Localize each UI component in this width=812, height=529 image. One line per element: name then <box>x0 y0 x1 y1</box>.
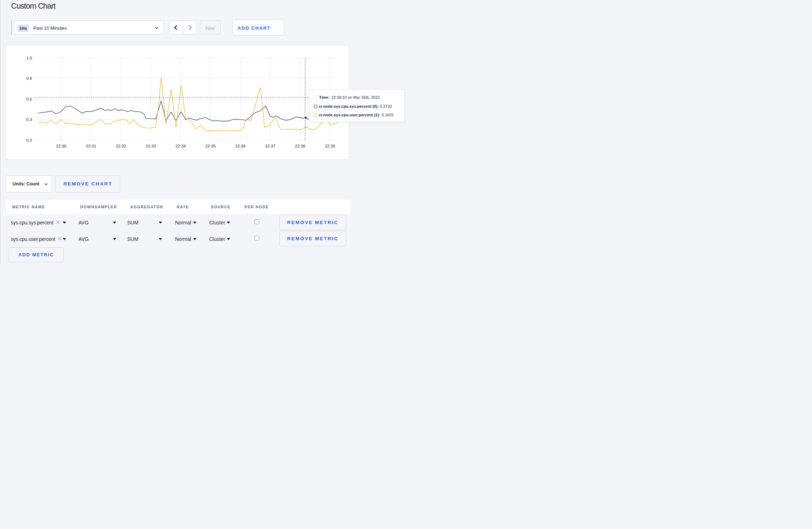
svg-text:22:31: 22:31 <box>86 144 96 148</box>
svg-text:22:37: 22:37 <box>265 144 275 148</box>
svg-text:22:32: 22:32 <box>116 144 126 148</box>
svg-text:0.3: 0.3 <box>26 117 32 122</box>
svg-text:0.0: 0.0 <box>26 138 32 142</box>
svg-text:1.0: 1.0 <box>26 55 32 60</box>
svg-text:22:36: 22:36 <box>235 144 246 148</box>
svg-text:22:38: 22:38 <box>295 144 305 148</box>
svg-text:0.5: 0.5 <box>26 97 32 101</box>
svg-text:22:30: 22:30 <box>56 144 66 148</box>
svg-text:22:35: 22:35 <box>205 144 216 148</box>
svg-text:22:39: 22:39 <box>325 144 335 148</box>
svg-text:22:33: 22:33 <box>145 144 156 148</box>
svg-text:0.8: 0.8 <box>26 76 32 81</box>
svg-text:22:34: 22:34 <box>175 144 186 148</box>
